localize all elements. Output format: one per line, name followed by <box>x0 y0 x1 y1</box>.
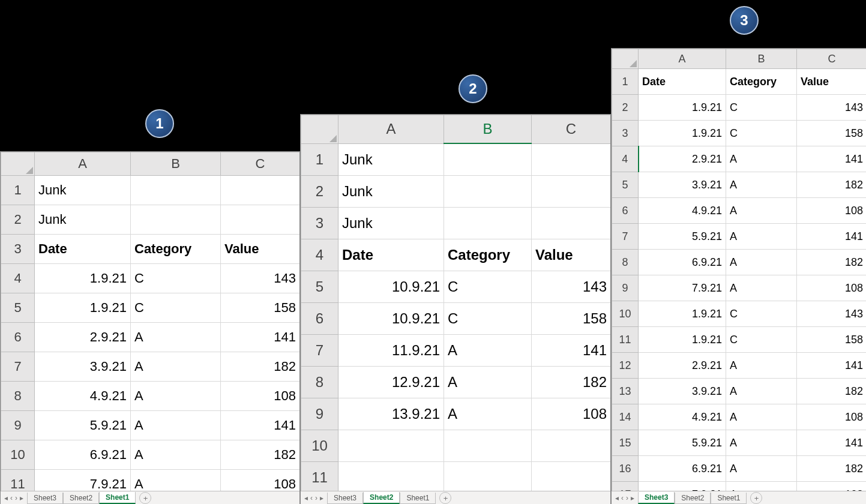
row-header[interactable]: 6 <box>1 323 35 352</box>
row-header[interactable]: 3 <box>1 235 35 264</box>
cell[interactable]: A <box>131 323 221 352</box>
tab-nav-first[interactable]: ◂ <box>615 494 619 502</box>
cell[interactable]: 1.9.21 <box>639 327 726 353</box>
sheet-tab[interactable]: Sheet1 <box>711 493 747 504</box>
cell[interactable]: A <box>131 411 221 440</box>
cell[interactable] <box>532 208 611 239</box>
cell[interactable]: 7.9.21 <box>35 470 131 491</box>
cell[interactable]: Junk <box>338 208 444 239</box>
cell[interactable]: 108 <box>221 382 300 411</box>
cell[interactable]: Date <box>639 69 726 95</box>
tab-nav-prev[interactable]: ‹ <box>10 494 13 502</box>
cell[interactable]: 7.9.21 <box>639 482 726 491</box>
cell[interactable]: Date <box>338 239 444 271</box>
row-header[interactable]: 9 <box>1 411 35 440</box>
cell[interactable]: 3.9.21 <box>35 352 131 382</box>
cell[interactable]: A <box>444 398 532 430</box>
sheet-tab[interactable]: Sheet3 <box>27 493 63 504</box>
row-header[interactable]: 10 <box>301 430 338 462</box>
cell[interactable] <box>444 143 532 176</box>
cell[interactable]: 141 <box>221 411 300 440</box>
cell[interactable]: Junk <box>35 176 131 205</box>
row-header[interactable]: 7 <box>612 224 639 250</box>
cell[interactable]: 6.9.21 <box>639 456 726 482</box>
cell[interactable] <box>532 462 611 491</box>
cell[interactable]: 182 <box>532 367 611 398</box>
cell[interactable]: 4.9.21 <box>639 198 726 224</box>
cell[interactable]: 5.9.21 <box>35 411 131 440</box>
row-header[interactable]: 6 <box>612 198 639 224</box>
cell[interactable]: 108 <box>797 482 867 491</box>
row-header[interactable]: 11 <box>1 470 35 491</box>
cell[interactable]: A <box>726 275 797 301</box>
tab-nav-next[interactable]: › <box>626 494 628 502</box>
cell[interactable] <box>444 462 532 491</box>
cell[interactable]: A <box>726 172 797 198</box>
row-header[interactable]: 14 <box>612 404 639 430</box>
row-header[interactable]: 2 <box>1 205 35 235</box>
select-all-corner[interactable] <box>301 115 338 144</box>
cell[interactable]: C <box>726 301 797 327</box>
cell[interactable]: Value <box>532 239 611 271</box>
cell[interactable]: 182 <box>797 379 867 404</box>
sheet-tab[interactable]: Sheet2 <box>363 492 400 504</box>
cell[interactable]: A <box>726 146 797 172</box>
column-header-B[interactable]: B <box>131 152 221 176</box>
cell[interactable]: 7.9.21 <box>639 275 726 301</box>
cell[interactable]: 108 <box>532 398 611 430</box>
cell[interactable]: C <box>726 121 797 146</box>
cell[interactable] <box>131 176 221 205</box>
cell[interactable] <box>221 176 300 205</box>
cell[interactable]: 1.9.21 <box>639 301 726 327</box>
row-header[interactable]: 7 <box>301 335 338 367</box>
row-header[interactable]: 15 <box>612 430 639 456</box>
cell[interactable]: 108 <box>797 198 867 224</box>
cell[interactable]: 182 <box>221 352 300 382</box>
cell[interactable]: 182 <box>797 456 867 482</box>
cell[interactable]: 158 <box>797 327 867 353</box>
cell[interactable]: 1.9.21 <box>639 95 726 121</box>
row-header[interactable]: 17 <box>612 482 639 491</box>
cell[interactable] <box>131 205 221 235</box>
row-header[interactable]: 7 <box>1 352 35 382</box>
row-header[interactable]: 12 <box>612 353 639 379</box>
cell[interactable]: C <box>444 271 532 303</box>
cell[interactable]: A <box>726 456 797 482</box>
row-header[interactable]: 6 <box>301 303 338 335</box>
cell[interactable]: 108 <box>797 275 867 301</box>
cell[interactable]: C <box>444 303 532 335</box>
tab-nav-last[interactable]: ▸ <box>320 494 323 502</box>
row-header[interactable]: 2 <box>612 95 639 121</box>
cell[interactable]: 4.9.21 <box>35 382 131 411</box>
cell[interactable]: 1.9.21 <box>639 121 726 146</box>
cell[interactable] <box>444 430 532 462</box>
add-sheet-button[interactable]: + <box>439 492 451 504</box>
tab-nav-first[interactable]: ◂ <box>304 494 308 502</box>
cell[interactable]: 158 <box>532 303 611 335</box>
row-header[interactable]: 10 <box>612 301 639 327</box>
row-header[interactable]: 4 <box>1 264 35 293</box>
cell[interactable]: 12.9.21 <box>338 367 444 398</box>
sheet-tab[interactable]: Sheet1 <box>99 492 136 504</box>
cell[interactable]: 158 <box>221 293 300 323</box>
row-header[interactable]: 5 <box>1 293 35 323</box>
select-all-corner[interactable] <box>612 49 639 69</box>
tab-nav-last[interactable]: ▸ <box>631 494 634 502</box>
column-header-B[interactable]: B <box>726 49 797 69</box>
cell[interactable]: Value <box>797 69 867 95</box>
cell[interactable]: 182 <box>221 440 300 470</box>
cell[interactable]: 6.9.21 <box>639 250 726 275</box>
cell[interactable]: 141 <box>797 353 867 379</box>
row-header[interactable]: 8 <box>301 367 338 398</box>
row-header[interactable]: 2 <box>301 176 338 208</box>
sheet-tab[interactable]: Sheet2 <box>675 493 711 504</box>
cell[interactable]: 141 <box>797 224 867 250</box>
cell[interactable]: 108 <box>221 470 300 491</box>
cell[interactable]: 3.9.21 <box>639 172 726 198</box>
cell[interactable]: 4.9.21 <box>639 404 726 430</box>
cell[interactable]: 1.9.21 <box>35 293 131 323</box>
cell[interactable]: 11.9.21 <box>338 335 444 367</box>
cell[interactable]: Value <box>221 235 300 264</box>
row-header[interactable]: 1 <box>301 143 338 176</box>
row-header[interactable]: 4 <box>301 239 338 271</box>
